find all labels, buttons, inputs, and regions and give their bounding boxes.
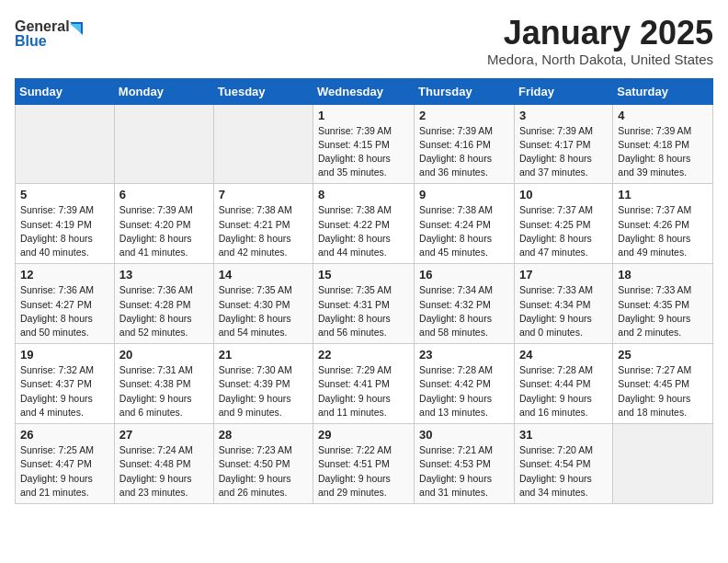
calendar-cell: 20Sunrise: 7:31 AM Sunset: 4:38 PM Dayli… — [114, 344, 213, 424]
calendar-cell — [613, 424, 713, 504]
day-number: 1 — [318, 109, 409, 122]
calendar-week-row: 12Sunrise: 7:36 AM Sunset: 4:27 PM Dayli… — [16, 264, 713, 344]
cell-info: Sunrise: 7:39 AM Sunset: 4:19 PM Dayligh… — [20, 203, 109, 259]
cell-info: Sunrise: 7:38 AM Sunset: 4:22 PM Dayligh… — [318, 203, 409, 259]
day-number: 11 — [618, 188, 708, 201]
cell-info: Sunrise: 7:36 AM Sunset: 4:27 PM Dayligh… — [20, 283, 109, 339]
calendar-cell: 13Sunrise: 7:36 AM Sunset: 4:28 PM Dayli… — [114, 264, 213, 344]
day-number: 5 — [20, 188, 109, 201]
calendar-cell: 26Sunrise: 7:25 AM Sunset: 4:47 PM Dayli… — [16, 424, 115, 504]
day-number: 9 — [419, 188, 509, 201]
cell-info: Sunrise: 7:38 AM Sunset: 4:21 PM Dayligh… — [219, 203, 308, 259]
logo-icon: General Blue — [15, 15, 88, 52]
day-number: 25 — [618, 348, 708, 362]
page-header: General Blue January 2025 Medora, North … — [15, 15, 713, 67]
month-title: January 2025 — [487, 15, 713, 52]
column-header-wednesday: Wednesday — [313, 78, 415, 104]
cell-info: Sunrise: 7:35 AM Sunset: 4:31 PM Dayligh… — [318, 283, 409, 339]
cell-info: Sunrise: 7:37 AM Sunset: 4:26 PM Dayligh… — [618, 203, 708, 259]
day-number: 22 — [318, 348, 409, 362]
day-number: 26 — [20, 428, 109, 442]
calendar-cell — [16, 104, 115, 184]
calendar-week-row: 26Sunrise: 7:25 AM Sunset: 4:47 PM Dayli… — [16, 424, 713, 504]
calendar-cell: 30Sunrise: 7:21 AM Sunset: 4:53 PM Dayli… — [415, 424, 515, 504]
day-number: 31 — [519, 428, 608, 442]
calendar-cell: 3Sunrise: 7:39 AM Sunset: 4:17 PM Daylig… — [514, 104, 612, 184]
column-header-saturday: Saturday — [613, 78, 713, 104]
day-number: 19 — [20, 348, 109, 362]
cell-info: Sunrise: 7:35 AM Sunset: 4:30 PM Dayligh… — [219, 283, 308, 339]
calendar-cell: 6Sunrise: 7:39 AM Sunset: 4:20 PM Daylig… — [114, 184, 213, 264]
day-number: 13 — [119, 268, 209, 282]
cell-info: Sunrise: 7:21 AM Sunset: 4:53 PM Dayligh… — [419, 443, 509, 500]
day-number: 15 — [318, 268, 409, 282]
cell-info: Sunrise: 7:23 AM Sunset: 4:50 PM Dayligh… — [219, 443, 308, 500]
day-number: 14 — [219, 268, 308, 282]
day-number: 8 — [318, 188, 409, 201]
day-number: 23 — [419, 348, 509, 362]
calendar-cell: 2Sunrise: 7:39 AM Sunset: 4:16 PM Daylig… — [415, 104, 515, 184]
cell-info: Sunrise: 7:39 AM Sunset: 4:17 PM Dayligh… — [519, 124, 608, 180]
calendar-cell: 23Sunrise: 7:28 AM Sunset: 4:42 PM Dayli… — [415, 344, 515, 424]
cell-info: Sunrise: 7:27 AM Sunset: 4:45 PM Dayligh… — [618, 363, 708, 419]
calendar-cell: 1Sunrise: 7:39 AM Sunset: 4:15 PM Daylig… — [313, 104, 415, 184]
cell-info: Sunrise: 7:33 AM Sunset: 4:35 PM Dayligh… — [618, 283, 708, 339]
calendar-cell: 4Sunrise: 7:39 AM Sunset: 4:18 PM Daylig… — [613, 104, 713, 184]
cell-info: Sunrise: 7:25 AM Sunset: 4:47 PM Dayligh… — [20, 443, 109, 500]
calendar-cell: 12Sunrise: 7:36 AM Sunset: 4:27 PM Dayli… — [16, 264, 115, 344]
cell-info: Sunrise: 7:39 AM Sunset: 4:16 PM Dayligh… — [419, 124, 509, 180]
cell-info: Sunrise: 7:22 AM Sunset: 4:51 PM Dayligh… — [318, 443, 409, 500]
calendar-header-row: SundayMondayTuesdayWednesdayThursdayFrid… — [16, 78, 713, 104]
calendar-cell: 7Sunrise: 7:38 AM Sunset: 4:21 PM Daylig… — [213, 184, 313, 264]
day-number: 3 — [519, 109, 608, 122]
svg-marker-3 — [70, 24, 81, 33]
cell-info: Sunrise: 7:38 AM Sunset: 4:24 PM Dayligh… — [419, 203, 509, 259]
column-header-friday: Friday — [514, 78, 612, 104]
day-number: 20 — [119, 348, 209, 362]
day-number: 29 — [318, 428, 409, 442]
calendar-cell: 28Sunrise: 7:23 AM Sunset: 4:50 PM Dayli… — [213, 424, 313, 504]
cell-info: Sunrise: 7:29 AM Sunset: 4:41 PM Dayligh… — [318, 363, 409, 419]
calendar-cell: 10Sunrise: 7:37 AM Sunset: 4:25 PM Dayli… — [514, 184, 612, 264]
calendar-cell: 29Sunrise: 7:22 AM Sunset: 4:51 PM Dayli… — [313, 424, 415, 504]
cell-info: Sunrise: 7:37 AM Sunset: 4:25 PM Dayligh… — [519, 203, 608, 259]
calendar-cell: 8Sunrise: 7:38 AM Sunset: 4:22 PM Daylig… — [313, 184, 415, 264]
column-header-thursday: Thursday — [415, 78, 515, 104]
calendar-cell: 15Sunrise: 7:35 AM Sunset: 4:31 PM Dayli… — [313, 264, 415, 344]
cell-info: Sunrise: 7:20 AM Sunset: 4:54 PM Dayligh… — [519, 443, 608, 500]
cell-info: Sunrise: 7:33 AM Sunset: 4:34 PM Dayligh… — [519, 283, 608, 339]
calendar-cell — [114, 104, 213, 184]
calendar-cell: 19Sunrise: 7:32 AM Sunset: 4:37 PM Dayli… — [16, 344, 115, 424]
cell-info: Sunrise: 7:32 AM Sunset: 4:37 PM Dayligh… — [20, 363, 109, 419]
calendar-cell: 16Sunrise: 7:34 AM Sunset: 4:32 PM Dayli… — [415, 264, 515, 344]
day-number: 28 — [219, 428, 308, 442]
cell-info: Sunrise: 7:34 AM Sunset: 4:32 PM Dayligh… — [419, 283, 509, 339]
column-header-tuesday: Tuesday — [213, 78, 313, 104]
column-header-monday: Monday — [114, 78, 213, 104]
day-number: 12 — [20, 268, 109, 282]
title-block: January 2025 Medora, North Dakota, Unite… — [487, 15, 713, 67]
logo: General Blue — [15, 15, 88, 52]
calendar-week-row: 1Sunrise: 7:39 AM Sunset: 4:15 PM Daylig… — [16, 104, 713, 184]
svg-text:General: General — [15, 18, 70, 34]
cell-info: Sunrise: 7:39 AM Sunset: 4:20 PM Dayligh… — [119, 203, 209, 259]
day-number: 6 — [119, 188, 209, 201]
cell-info: Sunrise: 7:28 AM Sunset: 4:44 PM Dayligh… — [519, 363, 608, 419]
cell-info: Sunrise: 7:39 AM Sunset: 4:18 PM Dayligh… — [618, 124, 708, 180]
calendar-cell: 11Sunrise: 7:37 AM Sunset: 4:26 PM Dayli… — [613, 184, 713, 264]
cell-info: Sunrise: 7:36 AM Sunset: 4:28 PM Dayligh… — [119, 283, 209, 339]
day-number: 4 — [618, 109, 708, 122]
cell-info: Sunrise: 7:30 AM Sunset: 4:39 PM Dayligh… — [219, 363, 308, 419]
calendar-cell: 27Sunrise: 7:24 AM Sunset: 4:48 PM Dayli… — [114, 424, 213, 504]
calendar-cell: 14Sunrise: 7:35 AM Sunset: 4:30 PM Dayli… — [213, 264, 313, 344]
svg-text:Blue: Blue — [15, 33, 47, 49]
calendar-cell: 31Sunrise: 7:20 AM Sunset: 4:54 PM Dayli… — [514, 424, 612, 504]
calendar-week-row: 5Sunrise: 7:39 AM Sunset: 4:19 PM Daylig… — [16, 184, 713, 264]
cell-info: Sunrise: 7:28 AM Sunset: 4:42 PM Dayligh… — [419, 363, 509, 419]
day-number: 27 — [119, 428, 209, 442]
cell-info: Sunrise: 7:24 AM Sunset: 4:48 PM Dayligh… — [119, 443, 209, 500]
calendar-cell: 22Sunrise: 7:29 AM Sunset: 4:41 PM Dayli… — [313, 344, 415, 424]
calendar-cell: 17Sunrise: 7:33 AM Sunset: 4:34 PM Dayli… — [514, 264, 612, 344]
calendar-cell — [213, 104, 313, 184]
calendar-cell: 25Sunrise: 7:27 AM Sunset: 4:45 PM Dayli… — [613, 344, 713, 424]
